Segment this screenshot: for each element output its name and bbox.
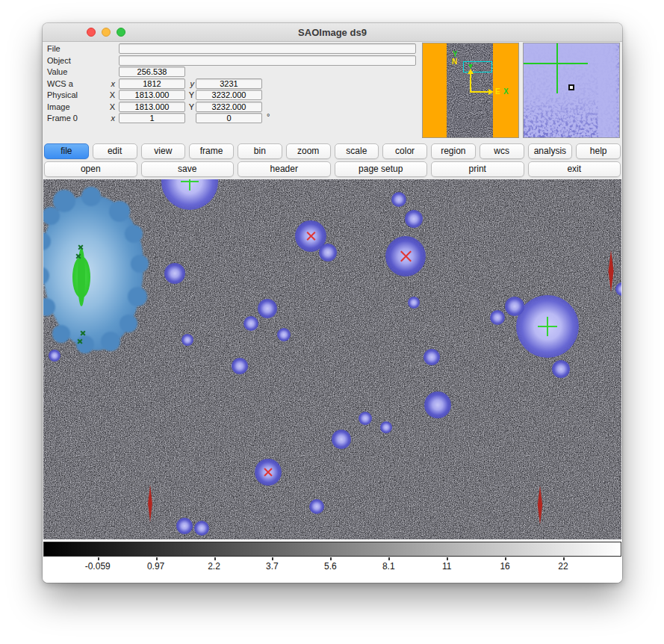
menu-button-wcs[interactable]: wcs	[480, 143, 524, 159]
galaxy-blob-lump	[52, 325, 70, 343]
star	[516, 295, 579, 358]
info-row-physical: PhysicalX1813.000Y3232.000	[43, 90, 423, 100]
star	[232, 358, 248, 374]
menu-button-region[interactable]: region	[431, 143, 476, 159]
menu-button-print[interactable]: print	[431, 161, 524, 177]
info-field-file[interactable]	[119, 43, 416, 54]
menu-button-analysis[interactable]: analysis	[528, 143, 573, 159]
info-field-2[interactable]: 3231	[196, 78, 262, 89]
menu-button-save[interactable]: save	[141, 161, 235, 177]
compass-east-line	[470, 91, 489, 93]
info-field-value[interactable]: 256.538	[119, 66, 185, 77]
galaxy-blob-lump	[101, 332, 120, 351]
menu-row-2: opensaveheaderpage setupprintexit	[43, 161, 621, 177]
colorbar-tick-label: 5.6	[308, 561, 353, 572]
info-sublabel: x	[106, 78, 115, 89]
star	[255, 459, 282, 486]
info-sublabel: Y	[185, 90, 194, 100]
menu-button-color[interactable]: color	[382, 143, 427, 159]
info-label: Image	[47, 102, 70, 112]
star	[277, 328, 291, 341]
menu-button-page-setup[interactable]: page setup	[335, 161, 428, 177]
info-label: Value	[47, 66, 67, 77]
panner[interactable]: Y N E X	[422, 43, 519, 138]
star	[359, 412, 372, 425]
colorbar-tick	[447, 557, 448, 560]
info-field-1[interactable]: 1812	[119, 78, 185, 89]
ds9-window: SAOImage ds9	[43, 23, 622, 583]
zoom-button[interactable]	[117, 28, 125, 37]
star	[319, 244, 337, 261]
menu-button-header[interactable]: header	[238, 161, 331, 177]
titlebar: SAOImage ds9	[43, 23, 622, 42]
star	[258, 299, 277, 318]
mini-cross-marker	[78, 244, 84, 250]
galaxy-blob	[43, 195, 143, 350]
colorbar-tick	[563, 557, 565, 560]
mini-cross-marker	[75, 253, 81, 259]
star	[164, 263, 185, 284]
close-button[interactable]	[87, 28, 96, 37]
galaxy-blob-lump	[81, 187, 101, 206]
galaxy-blob-lump	[109, 201, 130, 222]
	[547, 317, 548, 336]
galaxy-blob-lump	[120, 315, 137, 332]
mini-cross-marker	[77, 338, 83, 344]
mini-cross-marker	[80, 330, 86, 336]
menu-button-help[interactable]: help	[576, 143, 621, 159]
info-row-wcs-a: WCS ax1812y3231	[43, 78, 423, 89]
menu-button-file[interactable]: file	[44, 143, 89, 159]
menu-button-exit[interactable]: exit	[528, 161, 621, 177]
info-field-1[interactable]: 1813.000	[119, 102, 185, 112]
star	[176, 518, 193, 534]
info-sublabel: X	[106, 102, 115, 112]
info-field-2[interactable]: 0	[196, 113, 262, 123]
info-field-object[interactable]	[119, 55, 416, 66]
star	[423, 349, 440, 365]
info-field-1[interactable]: 1813.000	[119, 90, 185, 100]
star	[552, 360, 570, 378]
galaxy-blob-lump	[125, 225, 143, 243]
window-title: SAOImage ds9	[43, 23, 622, 42]
colorbar-tick	[98, 557, 99, 560]
info-label: WCS a	[47, 78, 73, 89]
menu-button-view[interactable]: view	[141, 143, 186, 159]
colorbar-tick	[330, 557, 332, 560]
info-sublabel: Y	[185, 102, 194, 112]
info-field-2[interactable]: 3232.000	[196, 102, 262, 112]
compass-label-x: X	[503, 88, 509, 96]
colorbar-gradient[interactable]	[43, 542, 621, 557]
star	[181, 334, 193, 346]
menu-button-edit[interactable]: edit	[93, 143, 137, 159]
info-field-2[interactable]: 3232.000	[196, 90, 262, 100]
menu-area: fileeditviewframebinzoomscalecolorregion…	[43, 142, 622, 179]
info-field-1[interactable]: 1	[119, 113, 185, 123]
menu-button-bin[interactable]: bin	[238, 143, 282, 159]
star	[424, 391, 451, 418]
menu-row-1: fileeditviewframebinzoomscalecolorregion…	[43, 143, 621, 159]
menu-button-frame[interactable]: frame	[189, 143, 234, 159]
info-row-frame-0: Frame 0x10°	[43, 113, 423, 123]
info-sublabel: X	[106, 90, 115, 100]
compass-label-n: N	[452, 58, 457, 66]
menu-button-zoom[interactable]: zoom	[286, 143, 331, 159]
colorbar-tick	[156, 557, 158, 560]
colorbar-tick-label: 22	[541, 561, 586, 572]
star	[385, 236, 426, 276]
star	[408, 297, 420, 309]
colorbar-tick	[505, 557, 506, 560]
image-canvas[interactable]	[43, 179, 621, 539]
magnifier-noise	[524, 43, 620, 138]
minimize-button[interactable]	[102, 28, 111, 37]
info-row-object: Object	[43, 55, 423, 66]
colorbar-tick	[214, 557, 216, 560]
red-x-marker	[399, 250, 413, 264]
compass-north-arrow-icon	[468, 69, 474, 74]
colorbar-tick-label: 0.97	[134, 561, 179, 572]
menu-button-scale[interactable]: scale	[335, 143, 379, 159]
menu-button-open[interactable]: open	[44, 161, 137, 177]
star	[380, 421, 392, 433]
star	[405, 210, 423, 228]
colorbar-tick-label: -0.059	[75, 561, 120, 572]
info-sublabel: x	[106, 113, 115, 123]
